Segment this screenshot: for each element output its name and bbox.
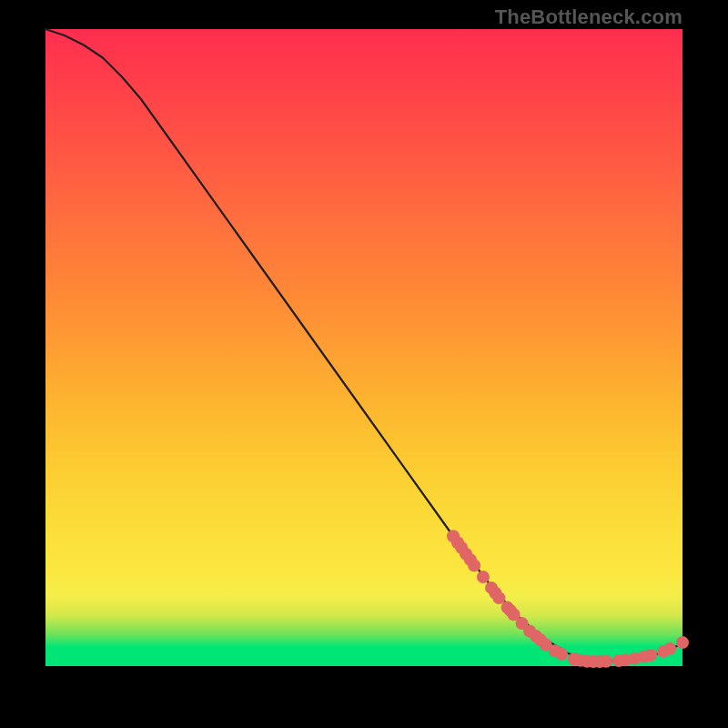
data-point (676, 636, 689, 649)
data-point (644, 649, 657, 662)
bottleneck-curve (46, 29, 682, 661)
scatter-points (447, 530, 689, 668)
data-point (477, 571, 490, 583)
data-point (555, 648, 568, 661)
data-point (468, 559, 480, 571)
chart-svg (46, 29, 682, 666)
plot-area (46, 29, 682, 666)
chart-frame: TheBottleneck.com (0, 0, 728, 728)
attribution-label: TheBottleneck.com (495, 5, 682, 29)
data-point (663, 642, 676, 655)
data-point (600, 655, 612, 668)
